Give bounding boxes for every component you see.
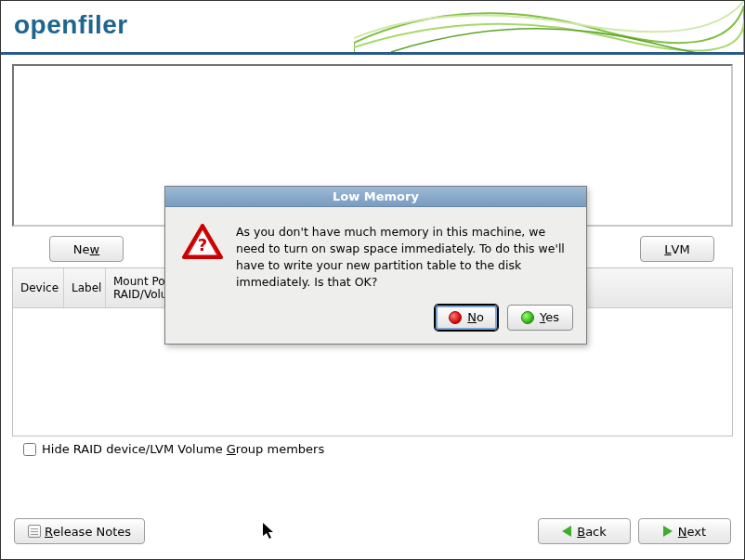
hide-raid-checkbox[interactable] <box>23 443 36 456</box>
green-dot-icon <box>521 311 534 324</box>
release-notes-button[interactable]: Release Notes <box>14 518 145 544</box>
installer-header: openfiler <box>1 1 744 55</box>
no-button[interactable]: No <box>435 305 498 331</box>
arrow-right-icon <box>663 526 673 537</box>
lvm-button[interactable]: LVM <box>640 236 714 262</box>
warning-icon: ? <box>182 224 223 261</box>
new-button[interactable]: New <box>49 236 124 262</box>
hide-raid-label: Hide RAID device/LVM Volume Group member… <box>42 442 324 456</box>
col-label[interactable]: Label <box>64 268 106 307</box>
col-device[interactable]: Device <box>13 268 64 307</box>
next-button[interactable]: Next <box>638 518 731 544</box>
back-button[interactable]: Back <box>538 518 631 544</box>
brand-logo: openfiler <box>14 10 128 40</box>
dialog-title: Low Memory <box>165 187 586 207</box>
notes-icon <box>28 525 41 538</box>
wizard-footer: Release Notes Back Next <box>1 503 744 559</box>
arrow-left-icon <box>562 526 571 537</box>
low-memory-dialog: Low Memory ? As you don't have much memo… <box>164 186 587 345</box>
hide-raid-checkbox-row[interactable]: Hide RAID device/LVM Volume Group member… <box>12 436 733 456</box>
dialog-message: As you don't have much memory in this ma… <box>236 224 569 292</box>
svg-text:?: ? <box>198 235 207 254</box>
red-dot-icon <box>449 311 462 324</box>
yes-button[interactable]: Yes <box>507 305 573 331</box>
header-swoosh <box>354 1 744 55</box>
